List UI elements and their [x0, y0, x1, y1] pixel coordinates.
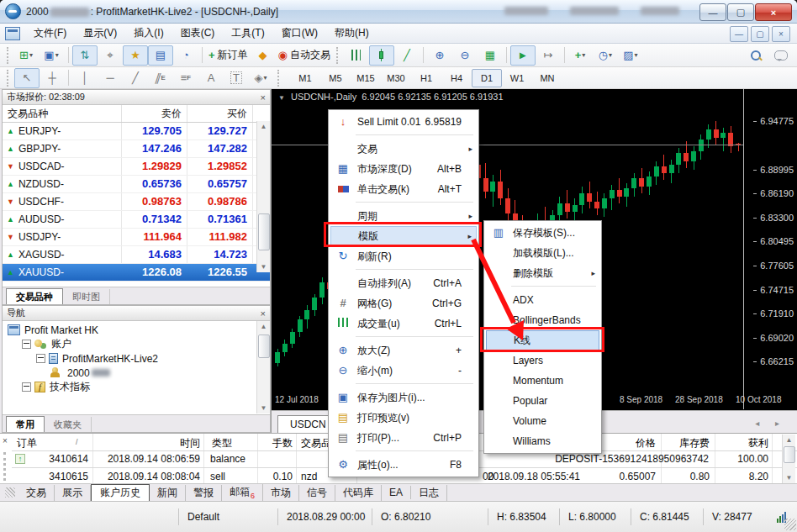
terminal-tab-ea[interactable]: EA: [382, 486, 411, 499]
maximize-button[interactable]: ▢: [727, 3, 754, 21]
terminal-tab-市场[interactable]: 市场: [263, 485, 299, 501]
navigator-node-0[interactable]: Profit Market HK: [3, 323, 270, 337]
text-tool-button[interactable]: A: [198, 68, 224, 88]
terminal-scrollbar[interactable]: ▲ ▼: [782, 435, 795, 483]
terminal-tab-日志[interactable]: 日志: [411, 485, 447, 501]
market-watch-toggle-button[interactable]: ⇅: [72, 45, 98, 66]
fibonacci-tool-button[interactable]: ≡F: [173, 68, 198, 88]
periods-button[interactable]: ◷▾: [594, 45, 619, 66]
timeframe-h4-button[interactable]: H4: [441, 69, 472, 87]
timeframe-m15-button[interactable]: M15: [351, 69, 381, 87]
context-menu-item-21[interactable]: ⚙属性(o)...F8: [330, 455, 477, 475]
timeframe-d1-button[interactable]: D1: [472, 69, 502, 87]
template-submenu-item-11[interactable]: Williams: [486, 431, 599, 451]
vertical-line-tool-button[interactable]: │: [72, 68, 98, 88]
market-watch-row[interactable]: ▼USDCHF-0.987630.98786: [3, 193, 270, 211]
chart-shift-button[interactable]: ↦: [536, 45, 561, 66]
child-restore-button[interactable]: ▢: [751, 26, 769, 42]
context-menu-item-15[interactable]: ⊖缩小(m)-: [330, 361, 477, 381]
timeframe-mn-button[interactable]: MN: [532, 69, 562, 87]
context-menu-item-4[interactable]: 单击交易(k)Alt+T: [330, 179, 477, 199]
menubar-item-1[interactable]: 显示(V): [75, 24, 125, 43]
tab-scroll-arrows[interactable]: ◂ ▸: [755, 419, 786, 428]
profiles-button[interactable]: ▣▾: [40, 45, 65, 66]
horizontal-line-tool-button[interactable]: ─: [98, 68, 123, 88]
navigator-node-3[interactable]: 2000: [3, 366, 270, 380]
terminal-close-icon[interactable]: ×: [3, 436, 8, 445]
data-window-button[interactable]: ⌖: [98, 45, 123, 66]
timeframe-m30-button[interactable]: M30: [381, 69, 411, 87]
template-submenu-item-8[interactable]: Momentum: [486, 371, 599, 391]
market-watch-row[interactable]: ▲XAGUSD-14.68314.723: [3, 246, 270, 264]
context-menu-item-17[interactable]: ▣保存为图片(i)...: [330, 387, 477, 408]
context-menu-item-10[interactable]: 自动排列(A)Ctrl+A: [330, 273, 477, 293]
line-chart-type-button[interactable]: ╱: [394, 45, 420, 66]
zoom-in-button[interactable]: ⊕: [427, 45, 452, 66]
market-watch-row[interactable]: ▲NZDUSD-0.657360.65757: [3, 176, 270, 193]
timeframe-m1-button[interactable]: M1: [290, 69, 320, 87]
template-submenu-item-10[interactable]: Volume: [486, 411, 599, 431]
terminal-grip[interactable]: [3, 452, 9, 481]
arrows-tool-button[interactable]: ◈▾: [249, 68, 274, 88]
context-menu-item-2[interactable]: 交易▸: [330, 139, 477, 159]
crosshair-tool-button[interactable]: ┼: [40, 68, 65, 88]
context-menu-item-12[interactable]: 成交量(u)Ctrl+L: [330, 313, 477, 334]
template-submenu-item-9[interactable]: Popular: [486, 391, 599, 411]
terminal-tab-账户历史[interactable]: 账户历史: [91, 484, 150, 502]
navigator-node-2[interactable]: ProfitMarketHK-Live2: [3, 351, 270, 366]
close-icon[interactable]: ×: [261, 308, 266, 319]
market-watch-row[interactable]: ▲EURJPY-129.705129.727: [3, 123, 270, 140]
minimize-button[interactable]: —: [699, 3, 726, 21]
market-watch-row[interactable]: ▲AUDUSD-0.713420.71361: [3, 211, 270, 229]
metaeditor-button[interactable]: ◆: [251, 45, 276, 66]
candlestick-type-button[interactable]: [369, 45, 394, 66]
chat-button[interactable]: [768, 45, 794, 66]
context-menu-item-0[interactable]: ↓Sell Limit 0.016.95819: [330, 112, 477, 132]
market-watch-row[interactable]: ▲GBPJPY-147.246147.282: [3, 140, 270, 158]
tree-collapse-icon[interactable]: [22, 340, 31, 349]
bar-chart-type-button[interactable]: [344, 45, 369, 66]
market-watch-column-2[interactable]: 买价: [187, 105, 253, 122]
templates-button[interactable]: ▨▾: [619, 45, 644, 66]
market-watch-column-0[interactable]: 交易品种: [3, 105, 122, 122]
market-watch-row[interactable]: ▲XAUUSD-1226.081226.55: [3, 264, 270, 282]
auto-scroll-button[interactable]: ▶: [510, 45, 536, 66]
terminal-tab-代码库[interactable]: 代码库: [335, 485, 382, 501]
tile-windows-button[interactable]: ▦: [478, 45, 503, 66]
terminal-toggle-button[interactable]: ▤: [148, 45, 173, 66]
navigator-node-4[interactable]: 技术指标: [3, 380, 270, 394]
timeframe-h1-button[interactable]: H1: [411, 69, 441, 87]
context-menu-item-8[interactable]: ↻刷新(R): [330, 246, 477, 266]
zoom-out-button[interactable]: ⊖: [452, 45, 478, 66]
tree-collapse-icon[interactable]: [36, 354, 45, 363]
context-menu-item-18[interactable]: ▤打印预览(v): [330, 408, 477, 428]
navigator-tab[interactable]: 收藏夹: [45, 417, 92, 432]
indicators-button[interactable]: +▾: [568, 45, 594, 66]
context-menu-item-3[interactable]: ▦市场深度(D)Alt+B: [330, 159, 477, 179]
market-watch-row[interactable]: ▼USDCAD-1.298291.29852: [3, 158, 270, 176]
terminal-tab-信号[interactable]: 信号: [299, 485, 335, 501]
menubar-item-5[interactable]: 窗口(W): [273, 24, 326, 43]
resize-grip[interactable]: [784, 519, 796, 530]
market-watch-tab[interactable]: 即时图: [63, 289, 110, 304]
menubar-item-4[interactable]: 工具(T): [223, 24, 272, 43]
terminal-tab-新闻[interactable]: 新闻: [150, 485, 186, 501]
menubar-item-0[interactable]: 文件(F): [25, 24, 75, 43]
menubar-item-2[interactable]: 插入(I): [125, 24, 172, 43]
tree-collapse-icon[interactable]: [22, 382, 31, 392]
trendline-tool-button[interactable]: ╱: [123, 68, 148, 88]
auto-trading-button[interactable]: ◉自动交易: [276, 45, 333, 66]
navigator-scrollbar[interactable]: ▲ ▼: [256, 321, 270, 413]
channel-tool-button[interactable]: ∥E: [148, 68, 173, 88]
terminal-tab-展示[interactable]: 展示: [55, 485, 91, 501]
market-watch-title[interactable]: 市场报价: 02:38:09×: [3, 90, 270, 105]
navigator-title[interactable]: 导航×: [3, 306, 270, 321]
navigator-node-1[interactable]: 账户: [3, 337, 270, 351]
terminal-tab-警报[interactable]: 警报: [186, 485, 222, 501]
context-menu-item-11[interactable]: #网格(G)Ctrl+G: [330, 293, 477, 313]
menubar-item-3[interactable]: 图表(C): [172, 24, 224, 43]
context-menu-item-14[interactable]: ⊕放大(Z)+: [330, 340, 477, 361]
market-watch-scrollbar[interactable]: ▲ ▼: [256, 121, 270, 272]
new-chart-button[interactable]: ⊞▾: [14, 45, 40, 66]
navigator-toggle-button[interactable]: ★: [123, 45, 148, 66]
